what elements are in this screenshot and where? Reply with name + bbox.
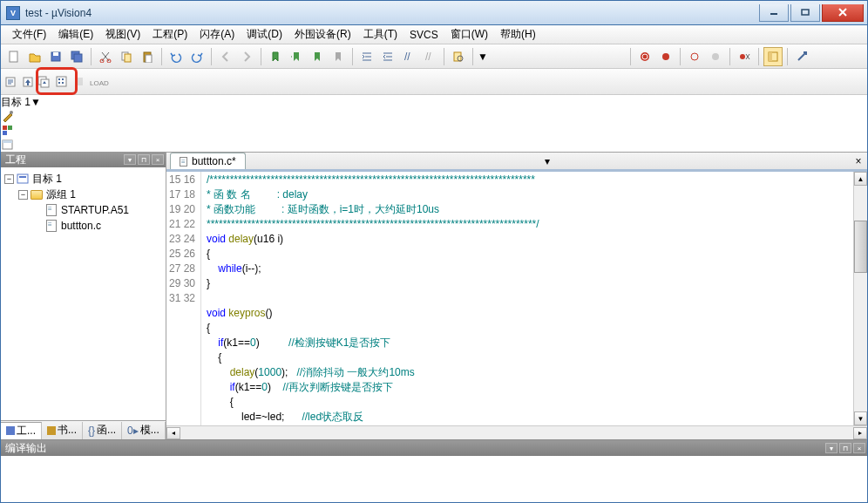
svg-point-35 [10,111,13,114]
panel-menu-icon[interactable]: ▾ [124,154,136,165]
bookmark-next-icon[interactable] [308,47,327,66]
undo-icon[interactable] [166,47,186,66]
scroll-up-icon[interactable]: ▲ [854,172,867,186]
svg-rect-4 [53,52,58,56]
menu-window[interactable]: 窗口(W) [444,25,494,44]
options-icon[interactable] [1,110,867,124]
panel-close-icon[interactable]: × [152,154,164,165]
close-button[interactable] [822,4,864,22]
copy-icon[interactable] [117,47,136,66]
debug-icon[interactable] [635,47,654,66]
save-icon[interactable] [46,47,65,66]
svg-point-22 [740,54,745,59]
menu-svcs[interactable]: SVCS [403,27,444,43]
editor-close-icon[interactable]: × [851,154,865,168]
open-file-icon[interactable] [25,47,44,66]
target-combo[interactable]: 目标 1▼ [1,95,867,110]
file-ext-icon[interactable] [1,124,867,138]
panel-pin-icon[interactable]: ⊓ [839,443,851,453]
save-all-icon[interactable] [67,47,86,66]
breakpoint-icon[interactable] [656,47,675,66]
cut-icon[interactable] [96,47,115,66]
tree-file[interactable]: buttton.c [1,218,166,234]
panel-menu-icon[interactable]: ▾ [825,443,837,453]
collapse-icon[interactable]: − [18,190,28,200]
menu-edit[interactable]: 编辑(E) [52,25,99,44]
menu-flash[interactable]: 闪存(A) [193,25,241,44]
rebuild-icon[interactable] [37,75,51,89]
bookmark-prev-icon[interactable] [287,47,306,66]
line-gutter: 15 16 17 18 19 20 21 22 23 24 25 26 27 2… [166,172,201,425]
nav-fwd-icon[interactable] [237,47,256,66]
scroll-down-icon[interactable]: ▼ [854,411,867,425]
tab-templates[interactable]: 0▸模... [122,422,166,439]
title-bar: V test - µVision4 [1,1,867,25]
build-icon[interactable] [22,75,36,89]
manage-icon[interactable] [1,138,867,152]
menu-debug[interactable]: 调试(D) [241,25,288,44]
output-body[interactable] [1,456,867,503]
menu-tools[interactable]: 工具(T) [357,25,403,44]
svg-rect-24 [769,52,772,61]
maximize-button[interactable] [790,4,820,22]
translate-icon[interactable] [4,75,18,89]
editor-menu-icon[interactable]: ▾ [540,154,554,168]
project-tree[interactable]: − 目标 1 − 源组 1 STARTUP.A51 buttton.c [1,167,166,420]
code-area[interactable]: 15 16 17 18 19 20 21 22 23 24 25 26 27 2… [166,172,853,425]
tree-file[interactable]: STARTUP.A51 [1,202,166,218]
scroll-right-icon[interactable]: ▸ [853,427,867,439]
paste-icon[interactable] [138,47,157,66]
svg-rect-31 [62,78,64,80]
menu-file[interactable]: 文件(F) [6,25,52,44]
menu-peripherals[interactable]: 外围设备(R) [288,25,357,44]
panel-pin-icon[interactable]: ⊓ [138,154,150,165]
file-tab[interactable]: buttton.c* [170,153,246,169]
batch-build-icon[interactable] [55,75,69,89]
menu-help[interactable]: 帮助(H) [494,25,542,44]
menu-bar: 文件(F) 编辑(E) 视图(V) 工程(P) 闪存(A) 调试(D) 外围设备… [1,25,867,44]
build-toolbar: LOAD [1,69,867,95]
project-panel-title: 工程 [5,153,26,167]
target-icon [16,173,30,185]
tab-project[interactable]: 工... [1,422,42,439]
find-combo[interactable]: ▼ [478,51,626,63]
tree-label: 源组 1 [46,187,76,202]
new-file-icon[interactable] [4,47,24,66]
tree-group[interactable]: − 源组 1 [1,187,166,202]
nav-back-icon[interactable] [216,47,235,66]
tree-target[interactable]: − 目标 1 [1,171,166,187]
svg-rect-29 [57,77,66,86]
bookmark-icon[interactable] [266,47,285,66]
svg-rect-30 [58,78,60,80]
code-text[interactable]: /***************************************… [201,172,853,425]
outdent-icon[interactable] [378,47,397,66]
vertical-scrollbar[interactable]: ▲ ▼ [853,172,867,425]
tab-books[interactable]: 书... [42,422,83,439]
menu-project[interactable]: 工程(P) [146,25,193,44]
uncomment-icon[interactable]: // [420,47,439,66]
svg-rect-10 [125,54,131,62]
download-icon[interactable]: LOAD [90,76,109,88]
find-in-files-icon[interactable] [449,47,468,66]
svg-rect-38 [3,131,7,135]
comment-icon[interactable]: // [399,47,418,66]
scroll-left-icon[interactable]: ◂ [166,427,180,439]
breakpoint-enable-icon[interactable] [685,47,704,66]
project-window-icon[interactable] [763,47,783,66]
bookmark-clear-icon[interactable] [329,47,348,66]
tab-functions[interactable]: {}函... [83,422,122,439]
breakpoint-disable-icon[interactable] [706,47,725,66]
collapse-icon[interactable]: − [4,174,14,184]
redo-icon[interactable] [187,47,207,66]
output-title: 编译输出 [5,441,47,456]
panel-close-icon[interactable]: × [853,443,865,453]
stop-build-icon[interactable] [72,75,86,89]
configure-icon[interactable] [792,47,811,66]
minimize-button[interactable] [759,4,789,22]
menu-view[interactable]: 视图(V) [99,25,146,44]
indent-icon[interactable] [357,47,376,66]
editor-hscroll[interactable]: ◂ ▸ [166,425,867,439]
scroll-thumb[interactable] [854,221,867,273]
svg-text://: // [404,51,410,63]
kill-breakpoints-icon[interactable] [735,47,754,66]
